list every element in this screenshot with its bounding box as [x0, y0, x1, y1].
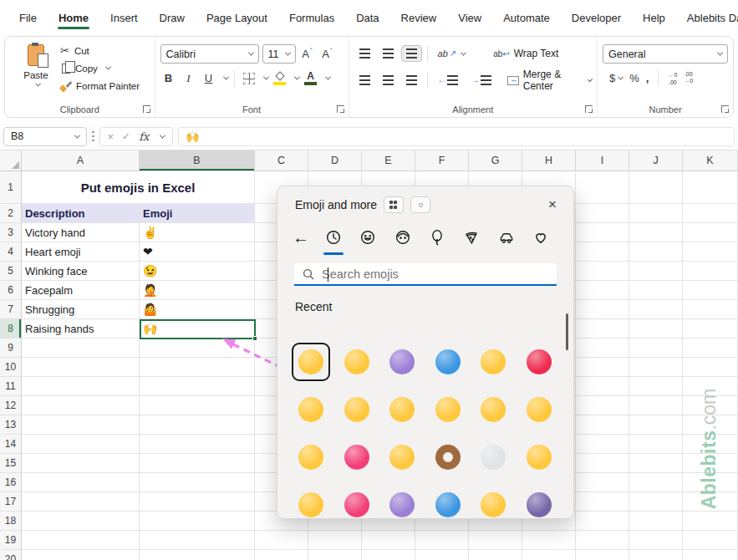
cell-I1[interactable] [576, 171, 629, 204]
row-header-7[interactable]: 7 [0, 300, 22, 319]
cell-K7[interactable] [683, 300, 738, 319]
clipboard-dialog-launcher[interactable] [143, 105, 150, 113]
emoji-item[interactable]: 👍 [334, 385, 380, 433]
row-header-5[interactable]: 5 [0, 262, 22, 281]
cell-J7[interactable] [629, 300, 683, 319]
column-header-C[interactable]: C [255, 150, 308, 171]
cell-B15[interactable] [140, 454, 255, 473]
cell-B5[interactable]: 😉 [140, 262, 255, 281]
cell-A10[interactable] [22, 358, 140, 377]
row-header-1[interactable]: 1 [0, 171, 22, 204]
row-header-2[interactable]: 2 [0, 204, 22, 223]
cell-K2[interactable] [683, 204, 738, 223]
merge-center-button[interactable]: Merge & Center [507, 69, 592, 92]
bold-button[interactable]: B [160, 69, 177, 87]
align-left-button[interactable] [354, 72, 375, 89]
align-right-button[interactable] [401, 72, 422, 89]
cell-I16[interactable] [576, 473, 629, 492]
cell-G20[interactable] [469, 550, 522, 560]
decrease-decimal-button[interactable]: .00→0 [684, 71, 693, 85]
cell-K20[interactable] [683, 550, 738, 560]
emoji-item[interactable]: 👌 [379, 385, 425, 433]
alignment-dialog-launcher[interactable] [585, 105, 593, 113]
cell-J2[interactable] [629, 204, 683, 223]
scrollbar-thumb[interactable] [566, 313, 568, 350]
cell-K10[interactable] [683, 358, 738, 377]
copy-button[interactable]: Copy [60, 62, 140, 74]
cell-I19[interactable] [576, 531, 629, 550]
row-header-19[interactable]: 19 [0, 531, 22, 550]
cell-A7[interactable]: Shrugging [22, 300, 140, 319]
cell-I7[interactable] [576, 300, 629, 319]
align-center-button[interactable] [378, 72, 399, 89]
cell-I8[interactable] [576, 319, 629, 339]
cell-K4[interactable] [683, 242, 738, 262]
row-header-18[interactable]: 18 [0, 512, 22, 531]
cell-A6[interactable]: Facepalm [22, 281, 140, 300]
cell-I2[interactable] [576, 204, 629, 223]
row-header-3[interactable]: 3 [0, 223, 22, 242]
font-size-select[interactable]: 11 [262, 44, 296, 64]
emoji-category-food[interactable] [455, 225, 489, 250]
cell-B13[interactable] [140, 415, 255, 435]
ribbon-tab-automate[interactable]: Automate [492, 5, 561, 31]
cell-F19[interactable] [415, 531, 469, 550]
cell-J10[interactable] [629, 358, 683, 377]
emoji-item[interactable]: 🤷‍♀️ [379, 338, 425, 385]
row-header-4[interactable]: 4 [0, 242, 22, 262]
ribbon-tab-formulas[interactable]: Formulas [278, 5, 345, 31]
font-color-button[interactable]: A [303, 69, 319, 87]
column-header-A[interactable]: A [22, 150, 140, 171]
cell-A8[interactable]: Raising hands [22, 319, 140, 339]
ribbon-tab-developer[interactable]: Developer [561, 5, 632, 31]
cell-A18[interactable] [22, 512, 140, 531]
cell-J15[interactable] [629, 454, 683, 473]
cell-J1[interactable] [629, 171, 683, 204]
cell-I20[interactable] [576, 550, 629, 560]
cell-K5[interactable] [683, 262, 738, 281]
row-header-12[interactable]: 12 [0, 396, 22, 415]
grid-view-button[interactable] [384, 196, 404, 213]
emoji-item[interactable]: 🤦‍♂️ [425, 338, 471, 385]
cell-A12[interactable] [22, 396, 140, 415]
cell-I15[interactable] [576, 454, 629, 473]
emoji-category-people[interactable] [385, 225, 420, 250]
cell-A1-merged-title[interactable]: Put emojis in Excel [22, 171, 255, 204]
drag-handle-dots-icon[interactable] [92, 131, 94, 142]
cell-B2[interactable]: Emoji [140, 204, 255, 223]
cell-A15[interactable] [22, 454, 140, 473]
cell-B18[interactable] [140, 512, 255, 531]
formula-input[interactable]: 🙌 [178, 127, 735, 146]
cell-J6[interactable] [629, 281, 683, 300]
currency-format-button[interactable]: $ [609, 72, 623, 84]
emoji-category-smileys[interactable] [350, 225, 384, 250]
cell-D19[interactable] [308, 531, 362, 550]
cell-A5[interactable]: Winking face [22, 262, 140, 281]
increase-decimal-button[interactable]: ←0.00 [668, 71, 677, 85]
cell-I18[interactable] [576, 512, 629, 531]
row-header-14[interactable]: 14 [0, 435, 22, 454]
cell-K9[interactable] [683, 339, 738, 358]
column-header-B[interactable]: B [140, 150, 255, 171]
cell-A2[interactable]: Description [22, 204, 140, 223]
column-header-E[interactable]: E [362, 150, 415, 171]
cell-J16[interactable] [629, 473, 683, 492]
dot-button[interactable] [410, 196, 430, 213]
chevron-down-icon[interactable] [160, 132, 165, 138]
cell-K3[interactable] [683, 223, 738, 242]
row-header-8[interactable]: 8 [0, 319, 22, 339]
wrap-text-button[interactable]: ab↩Wrap Text [493, 48, 558, 59]
cell-B14[interactable] [140, 435, 255, 454]
chevron-down-icon[interactable] [324, 74, 330, 80]
cell-I10[interactable] [576, 358, 629, 377]
cell-B17[interactable] [140, 492, 255, 512]
row-header-17[interactable]: 17 [0, 492, 22, 512]
ribbon-tab-data[interactable]: Data [345, 5, 389, 31]
emoji-item[interactable]: ✌️ [288, 385, 334, 433]
emoji-category-celebrations[interactable] [420, 225, 454, 250]
cell-J5[interactable] [629, 262, 683, 281]
row-header-16[interactable]: 16 [0, 473, 22, 492]
cell-I3[interactable] [576, 223, 629, 242]
top-align-button[interactable] [354, 45, 375, 62]
select-all-corner[interactable] [0, 150, 22, 171]
